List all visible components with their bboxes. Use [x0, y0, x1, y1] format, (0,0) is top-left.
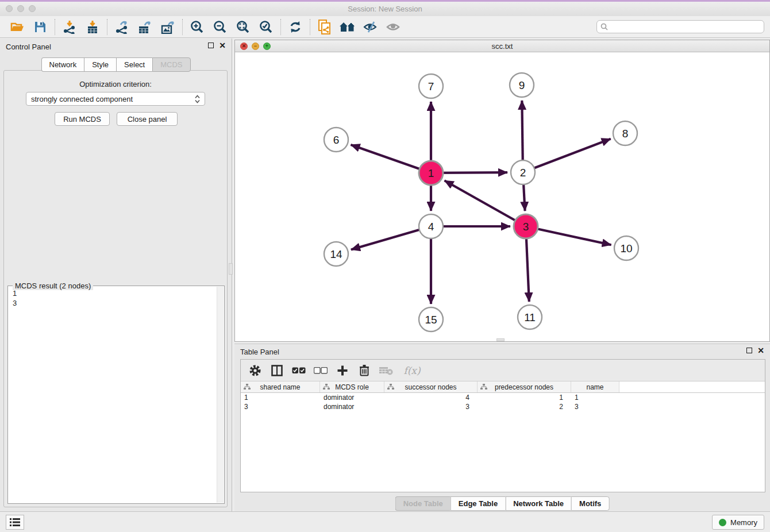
zoom-out-button[interactable] — [209, 18, 232, 36]
deselect-all-rows-button[interactable] — [312, 362, 329, 379]
status-bar: Memory — [0, 511, 770, 532]
mcds-result-text[interactable]: 1 3 — [9, 288, 216, 502]
clone-network-icon — [318, 20, 332, 34]
close-table-panel-icon[interactable]: ✕ — [757, 348, 764, 353]
table-cell[interactable]: 3 — [571, 402, 619, 411]
network-graph[interactable]: 1234678910111415 — [235, 52, 769, 341]
graph-node-3[interactable]: 3 — [514, 214, 538, 238]
tab-edge-table[interactable]: Edge Table — [451, 496, 505, 511]
export-network-button[interactable] — [110, 18, 133, 36]
optimization-criterion-dropdown[interactable]: strongly connected component — [26, 92, 205, 106]
panel-splitter-handle[interactable] — [229, 263, 233, 275]
refresh-button[interactable] — [284, 18, 307, 36]
graph-edge-3-10[interactable] — [526, 226, 611, 245]
table-cell[interactable]: 3 — [384, 402, 478, 411]
graph-node-9[interactable]: 9 — [510, 73, 534, 97]
graph-node-label: 3 — [523, 221, 529, 233]
zoom-in-button[interactable] — [186, 18, 209, 36]
close-panel-button[interactable]: Close panel — [117, 112, 178, 126]
tab-style[interactable]: Style — [84, 57, 116, 72]
network-window-titlebar[interactable]: ✕ − + scc.txt — [235, 40, 769, 52]
task-history-button[interactable] — [6, 515, 24, 530]
graph-node-label: 2 — [520, 167, 526, 179]
table-cell[interactable]: dominator — [320, 393, 384, 402]
table-cell[interactable]: 3 — [241, 402, 320, 411]
graph-node-7[interactable]: 7 — [419, 74, 443, 98]
show-all-button[interactable] — [382, 18, 405, 36]
result-scrollbar[interactable] — [217, 287, 224, 503]
column-header-predecessor-nodes[interactable]: predecessor nodes — [478, 381, 571, 392]
mcds-tab-content: Optimization criterion: strongly connect… — [3, 70, 228, 507]
node-table-body[interactable]: 1dominator4113dominator323 — [241, 393, 765, 411]
zoom-fit-button[interactable] — [232, 18, 255, 36]
network-canvas[interactable]: 1234678910111415 — [235, 52, 769, 341]
close-panel-icon[interactable]: ✕ — [219, 43, 226, 48]
tab-mcds[interactable]: MCDS — [152, 57, 190, 72]
graph-node-14[interactable]: 14 — [324, 242, 348, 266]
eye-slash-icon — [363, 21, 378, 33]
graph-edge-3-1[interactable] — [445, 180, 526, 226]
save-session-button[interactable] — [29, 18, 52, 36]
network-window-title: scc.txt — [235, 42, 769, 51]
table-cell[interactable]: 4 — [384, 393, 478, 402]
table-row[interactable]: 3dominator323 — [241, 402, 765, 411]
float-panel-icon[interactable] — [208, 43, 214, 48]
export-image-button[interactable] — [156, 18, 179, 36]
graph-node-15[interactable]: 15 — [419, 307, 443, 331]
import-table-button[interactable] — [81, 18, 104, 36]
graph-node-2[interactable]: 2 — [511, 160, 535, 184]
import-network-button[interactable] — [58, 18, 81, 36]
run-mcds-button[interactable]: Run MCDS — [55, 112, 110, 126]
column-header-name[interactable]: name — [571, 381, 619, 392]
column-header-shared-name[interactable]: shared name — [241, 381, 320, 392]
search-input[interactable] — [611, 23, 760, 31]
table-row[interactable]: 1dominator411 — [241, 393, 765, 402]
graph-node-label: 15 — [425, 314, 437, 326]
table-cell[interactable]: 2 — [478, 402, 571, 411]
graph-node-11[interactable]: 11 — [518, 305, 542, 329]
hide-selected-button[interactable] — [359, 18, 382, 36]
canvas-splitter-handle[interactable] — [496, 338, 505, 341]
save-icon — [34, 21, 46, 33]
clone-network-button[interactable] — [313, 18, 336, 36]
delete-column-button[interactable] — [356, 362, 373, 379]
float-table-panel-icon[interactable] — [746, 348, 752, 353]
toolbar-separator — [55, 19, 55, 35]
column-header-mcds-role[interactable]: MCDS role — [320, 381, 384, 392]
table-settings-button[interactable] — [247, 362, 264, 379]
tab-select[interactable]: Select — [116, 57, 152, 72]
tab-node-table[interactable]: Node Table — [395, 496, 451, 511]
select-all-rows-button[interactable] — [290, 362, 307, 379]
export-table-button[interactable] — [133, 18, 156, 36]
graph-node-10[interactable]: 10 — [614, 236, 638, 260]
graph-edge-2-8[interactable] — [523, 139, 611, 172]
tab-network[interactable]: Network — [41, 57, 84, 72]
graph-node-label: 10 — [620, 242, 632, 255]
table-cell[interactable]: dominator — [320, 402, 384, 411]
zoom-in-icon — [190, 20, 204, 34]
graph-node-8[interactable]: 8 — [613, 121, 637, 145]
zoom-selected-button[interactable] — [255, 18, 278, 36]
dropdown-stepper-icon — [195, 95, 200, 103]
optimization-criterion-label: Optimization criterion: — [4, 80, 227, 88]
show-columns-button[interactable] — [268, 362, 286, 379]
graph-node-1[interactable]: 1 — [419, 161, 443, 185]
table-cell[interactable]: 1 — [571, 393, 619, 402]
graph-node-label: 7 — [428, 80, 434, 92]
column-header-successor-nodes[interactable]: successor nodes — [384, 381, 478, 392]
edge-layer — [351, 101, 611, 304]
application-window: Session: New Session — [0, 0, 770, 532]
home-button[interactable] — [336, 18, 359, 36]
memory-button[interactable]: Memory — [712, 515, 764, 530]
graph-node-label: 9 — [519, 79, 525, 91]
tab-network-table[interactable]: Network Table — [505, 496, 571, 511]
add-column-button[interactable] — [334, 362, 351, 379]
open-session-button[interactable] — [6, 18, 29, 36]
table-cell[interactable]: 1 — [478, 393, 571, 402]
graph-node-6[interactable]: 6 — [324, 128, 348, 152]
graph-node-4[interactable]: 4 — [419, 214, 443, 238]
tab-motifs[interactable]: Motifs — [571, 496, 609, 511]
table-cell[interactable]: 1 — [241, 393, 320, 402]
main-toolbar — [0, 16, 770, 38]
search-field[interactable] — [596, 20, 764, 33]
